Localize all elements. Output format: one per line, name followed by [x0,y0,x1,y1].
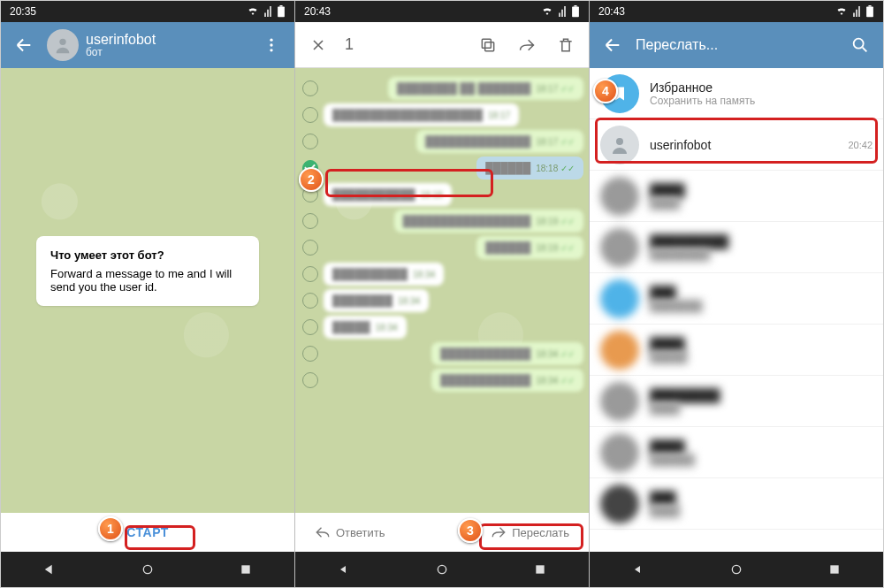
message-bubble[interactable]: ██████████18:34 [324,263,444,286]
chat-avatar [600,279,639,318]
message-bubble[interactable]: █████████████████18:19 ✓✓ [394,210,583,233]
selection-circle[interactable] [302,293,318,309]
nav-recent[interactable] [496,563,584,576]
message-bubble[interactable]: ████████ ██ ███████18:17 ✓✓ [388,77,583,100]
nav-home[interactable] [692,562,781,577]
selection-circle[interactable] [302,107,318,123]
more-button[interactable] [255,29,287,61]
message-row[interactable]: ████████ ██ ███████18:17 ✓✓ [299,77,583,100]
selection-circle[interactable] [302,372,318,388]
copy-button[interactable] [472,29,504,61]
message-row[interactable]: █████18:34 [299,316,583,339]
chat-subtitle: █████ [650,351,873,363]
selection-circle[interactable] [302,346,318,362]
userinfobot-item[interactable]: userinfobot20:42 [590,119,883,171]
signal-icon [264,6,271,17]
svg-point-16 [854,39,864,49]
selection-action-bar: Ответить Переслать [295,513,589,552]
chat-background: ████████ ██ ███████18:17 ✓✓█████████████… [295,68,589,513]
message-bubble[interactable]: ████████████18:34 ✓✓ [431,342,583,365]
svg-rect-7 [241,565,249,573]
chat-item[interactable]: ██████████ [590,427,883,478]
chat-time: 20:42 [848,140,873,150]
saved-messages-item[interactable]: ИзбранноеСохранить на память [590,68,883,119]
chat-item[interactable]: ███████ [590,478,883,530]
chat-item[interactable]: ████████████ [590,376,883,427]
nav-home[interactable] [103,562,192,577]
message-row[interactable]: ████████████████████18:17 [299,103,583,126]
battery-icon [571,5,580,18]
chat-item[interactable]: ████████ [590,171,883,222]
chat-name: ████ [650,439,873,454]
message-row[interactable]: ██████18:18 ✓✓ [299,157,583,179]
delete-button[interactable] [550,29,582,61]
chat-name: Избранное [650,80,873,95]
chat-subtitle: ███████ [650,300,873,312]
back-button[interactable] [597,29,629,61]
reply-button[interactable]: Ответить [306,521,394,544]
back-button[interactable] [8,29,40,61]
forward-icon [491,524,507,540]
message-bubble[interactable]: ████████████18:34 ✓✓ [431,369,583,392]
nav-home[interactable] [398,562,486,577]
message-bubble[interactable]: ████████18:34 [324,289,429,312]
nav-recent[interactable] [790,563,879,576]
message-row[interactable]: ████████████18:34 ✓✓ [299,342,583,365]
pane-bot-chat: 20:35 userinfobot бот Что [1,1,295,587]
trash-icon [557,36,575,54]
selection-circle[interactable] [302,240,318,256]
message-bubble[interactable]: ████████████████████18:17 [324,103,519,126]
chat-subtitle: ████████ [650,248,873,261]
message-bubble[interactable]: ███████████18:18 [324,183,452,206]
chat-title-block[interactable]: userinfobot бот [86,32,248,59]
chat-item[interactable]: █████████ [590,325,883,376]
message-row[interactable]: ████████18:34 [299,289,583,312]
signal-icon [559,6,566,17]
forward-icon-button[interactable] [511,29,543,61]
selection-circle[interactable] [302,319,318,335]
message-row[interactable]: ████████████18:34 ✓✓ [299,369,583,392]
status-time: 20:43 [304,5,331,18]
nav-recent[interactable] [202,563,290,576]
chat-avatar [600,433,639,472]
close-selection-button[interactable] [302,29,334,61]
battery-icon [865,5,874,18]
selection-circle[interactable] [302,213,318,229]
chat-subtitle: бот [86,47,248,58]
wifi-icon [247,6,259,17]
bot-avatar[interactable] [47,29,79,61]
forward-label: Переслать [512,526,569,539]
message-row[interactable]: ██████████18:34 [299,263,583,286]
message-row[interactable]: ██████18:19 ✓✓ [299,236,583,259]
more-vertical-icon [263,36,280,54]
nav-back[interactable] [301,562,389,577]
message-bubble[interactable]: ██████18:18 ✓✓ [476,157,583,179]
wifi-icon [541,6,553,17]
message-row[interactable]: █████████████████18:19 ✓✓ [299,210,583,233]
battery-icon [277,5,286,18]
message-bubble[interactable]: ██████████████18:17 ✓✓ [416,130,583,153]
nav-back[interactable] [6,562,95,577]
bot-description-card: Что умеет этот бот? Forward a message to… [36,236,259,306]
message-row[interactable]: ██████████████18:17 ✓✓ [299,130,583,153]
chat-avatar [600,331,639,370]
message-bubble[interactable]: ██████18:19 ✓✓ [476,236,583,259]
chat-item[interactable]: ██████████ [590,273,883,325]
reply-icon [315,524,331,540]
nav-back[interactable] [595,562,683,577]
selection-circle[interactable] [302,134,318,149]
svg-rect-15 [868,5,871,7]
search-button[interactable] [844,29,876,61]
person-icon [53,35,72,55]
chat-avatar [600,228,639,267]
forward-button[interactable]: Переслать [482,521,578,544]
message-row[interactable]: ███████████18:18 [299,183,583,206]
selection-circle[interactable] [302,80,318,96]
svg-point-17 [616,138,623,145]
message-bubble[interactable]: █████18:34 [324,316,407,339]
svg-point-5 [270,49,272,51]
chat-name: ███ [650,491,873,505]
selection-circle[interactable] [302,266,318,282]
chat-item[interactable]: █████████████████ [590,222,883,273]
svg-point-6 [143,565,151,573]
